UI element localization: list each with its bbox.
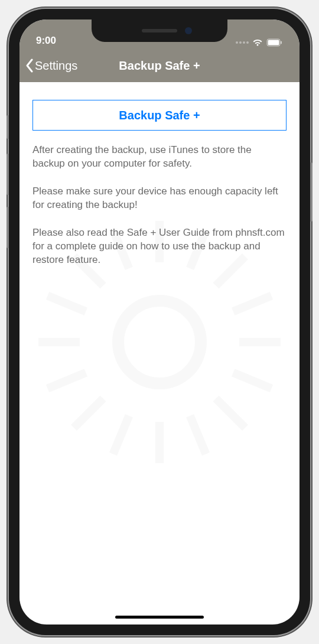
battery-icon	[266, 38, 283, 47]
page-title: Backup Safe +	[119, 59, 200, 73]
svg-rect-1	[268, 40, 279, 45]
phone-volume-down	[6, 207, 9, 248]
phone-frame: 9:00	[9, 9, 310, 635]
notch-speaker	[142, 29, 177, 32]
status-time: 9:00	[36, 35, 56, 47]
svg-rect-2	[281, 41, 282, 44]
info-text: Please also read the Safe + User Guide f…	[32, 226, 287, 267]
info-text: After creating the backup, use iTunes to…	[32, 144, 287, 171]
content-area: Backup Safe + After creating the backup,…	[19, 82, 300, 601]
home-indicator[interactable]	[115, 616, 204, 619]
nav-bar: Settings Backup Safe +	[19, 49, 300, 82]
signal-dots-icon	[236, 41, 249, 44]
phone-power-button	[310, 162, 313, 222]
back-button[interactable]: Settings	[19, 58, 77, 73]
phone-mute-switch	[6, 115, 9, 139]
status-icons	[236, 38, 283, 47]
notch	[92, 19, 227, 42]
backup-button[interactable]: Backup Safe +	[32, 100, 287, 131]
wifi-icon	[252, 38, 263, 47]
back-label: Settings	[35, 59, 77, 73]
phone-screen: 9:00	[19, 19, 300, 625]
notch-camera	[185, 27, 192, 34]
info-text: Please make sure your device has enough …	[32, 185, 287, 212]
chevron-left-icon	[25, 58, 34, 73]
phone-volume-up	[6, 154, 9, 195]
